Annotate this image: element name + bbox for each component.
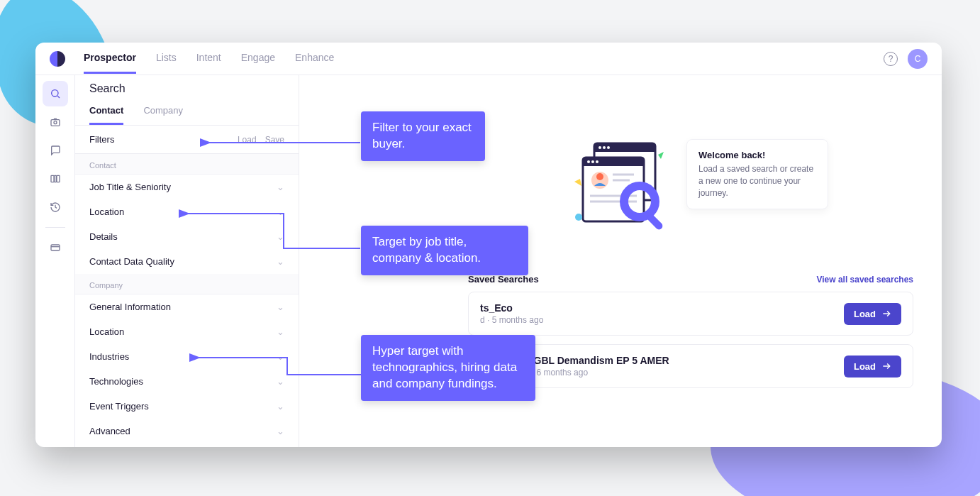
svg-point-3 xyxy=(54,121,57,124)
filter-label: Technologies xyxy=(89,376,143,387)
sidebar-tab-company[interactable]: Company xyxy=(143,101,183,125)
nav-prospector[interactable]: Prospector xyxy=(84,43,136,74)
filter-label: Contact Data Quality xyxy=(89,256,174,267)
camera-icon xyxy=(50,116,61,128)
svg-point-27 xyxy=(575,214,582,221)
saved-search-card: ts_Eco d · 5 months ago Load xyxy=(468,292,913,336)
nav-lists[interactable]: Lists xyxy=(156,43,177,74)
filter-label: General Information xyxy=(89,302,171,312)
svg-point-18 xyxy=(596,160,598,163)
columns-icon xyxy=(50,173,61,184)
arrow-callout-3 xyxy=(195,353,362,382)
search-icon xyxy=(50,88,61,99)
chevron-down-icon: ⌄ xyxy=(277,426,284,436)
group-contact: Contact xyxy=(75,154,299,175)
app-logo-icon xyxy=(50,51,65,67)
callout-target: Target by job title, company & location. xyxy=(361,226,528,275)
saved-title: Saved Searches xyxy=(468,274,539,285)
svg-point-17 xyxy=(591,160,594,163)
rail-card[interactable] xyxy=(43,235,68,260)
svg-marker-29 xyxy=(574,179,581,186)
load-button-label: Load xyxy=(854,309,876,319)
svg-rect-6 xyxy=(57,175,60,182)
chevron-down-icon: ⌄ xyxy=(277,302,284,312)
filter-label: Location xyxy=(89,326,124,337)
rail-columns[interactable] xyxy=(43,166,68,192)
svg-rect-4 xyxy=(51,175,54,182)
load-button-label: Load xyxy=(854,361,876,372)
svg-point-12 xyxy=(603,146,606,149)
filter-label: Details xyxy=(89,231,118,242)
filter-label: Location xyxy=(89,206,124,217)
load-button[interactable]: Load xyxy=(844,303,901,325)
welcome-illustration xyxy=(574,139,674,231)
rail-history[interactable] xyxy=(43,194,68,220)
nav-enhance[interactable]: Enhance xyxy=(295,43,334,74)
welcome-card: Welcome back! Load a saved search or cre… xyxy=(686,139,828,209)
svg-marker-28 xyxy=(658,152,664,159)
rail-search[interactable] xyxy=(43,81,68,106)
svg-rect-2 xyxy=(51,120,60,126)
filter-label: Industries xyxy=(89,351,129,362)
chevron-down-icon: ⌄ xyxy=(277,326,284,337)
arrow-callout-1 xyxy=(206,138,362,153)
help-icon[interactable]: ? xyxy=(884,52,898,66)
filter-job-title[interactable]: Job Title & Seniority⌄ xyxy=(75,175,299,199)
callout-hyper: Hyper target with technographics, hiring… xyxy=(361,335,535,401)
welcome-section: Welcome back! Load a saved search or cre… xyxy=(574,139,828,231)
card-icon xyxy=(50,242,61,253)
view-all-link[interactable]: View all saved searches xyxy=(816,275,913,285)
saved-search-name: ts_Eco xyxy=(480,302,543,314)
rail-divider xyxy=(45,227,65,228)
filter-advanced[interactable]: Advanced⌄ xyxy=(75,419,299,443)
svg-line-1 xyxy=(57,96,60,98)
welcome-title: Welcome back! xyxy=(698,150,816,160)
filter-label: Job Title & Seniority xyxy=(89,182,171,192)
saved-search-meta: d · 5 months ago xyxy=(480,315,543,325)
svg-point-0 xyxy=(51,90,57,97)
topbar: Prospector Lists Intent Engage Enhance ?… xyxy=(35,43,942,75)
svg-point-16 xyxy=(587,160,590,163)
sidebar-title: Search xyxy=(75,75,299,101)
svg-rect-5 xyxy=(54,175,56,182)
chevron-down-icon: ⌄ xyxy=(277,401,284,412)
rail-chat[interactable] xyxy=(43,138,68,163)
group-company: Company xyxy=(75,274,299,294)
chevron-down-icon: ⌄ xyxy=(277,182,284,192)
svg-point-20 xyxy=(596,173,603,180)
svg-rect-26 xyxy=(646,213,664,231)
filter-sidebar: Search Contact Company Filters Load Save… xyxy=(75,75,299,447)
user-avatar[interactable]: C xyxy=(908,49,928,69)
sidebar-tab-contact[interactable]: Contact xyxy=(89,101,123,125)
filter-general-info[interactable]: General Information⌄ xyxy=(75,294,299,319)
arrow-right-icon xyxy=(881,361,891,371)
chat-icon xyxy=(50,145,61,156)
history-icon xyxy=(50,202,61,213)
welcome-desc: Load a saved search or create a new one … xyxy=(698,163,816,199)
filter-event-triggers[interactable]: Event Triggers⌄ xyxy=(75,394,299,419)
svg-point-11 xyxy=(598,146,601,149)
filter-location-company[interactable]: Location⌄ xyxy=(75,319,299,344)
filter-label: Event Triggers xyxy=(89,401,149,412)
icon-rail xyxy=(35,75,75,447)
top-nav: Prospector Lists Intent Engage Enhance xyxy=(84,43,334,74)
rail-camera[interactable] xyxy=(43,109,68,135)
filter-label: Advanced xyxy=(89,426,130,436)
load-button[interactable]: Load xyxy=(844,356,901,377)
arrow-callout-2 xyxy=(184,209,362,259)
svg-point-13 xyxy=(607,146,610,149)
nav-engage[interactable]: Engage xyxy=(241,43,275,74)
svg-rect-7 xyxy=(51,245,60,250)
nav-intent[interactable]: Intent xyxy=(196,43,221,74)
callout-filter: Filter to your exact buyer. xyxy=(361,111,485,161)
arrow-right-icon xyxy=(881,309,891,319)
filters-label: Filters xyxy=(89,134,114,145)
